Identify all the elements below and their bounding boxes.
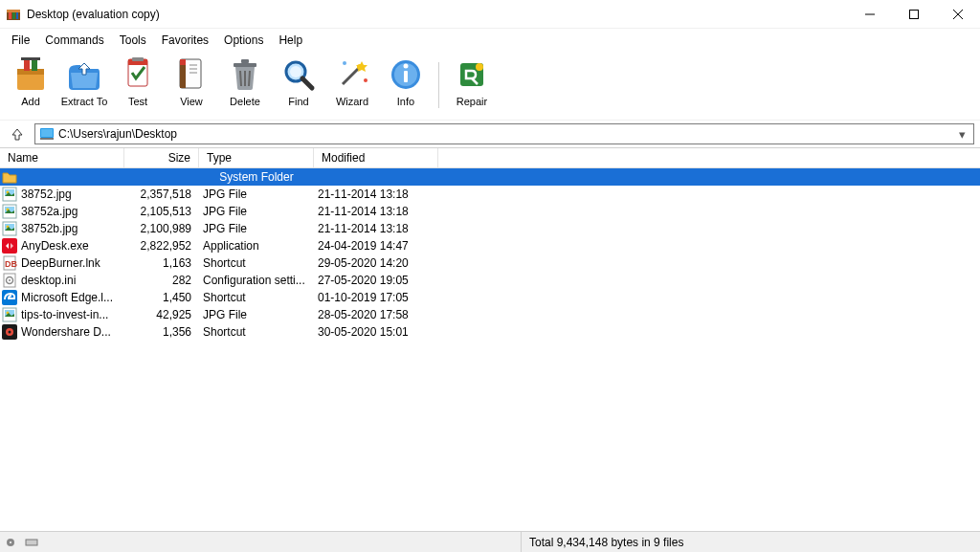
close-button[interactable] — [936, 0, 980, 29]
file-icon — [2, 324, 17, 340]
file-icon — [2, 221, 17, 236]
file-name: DeepBurner.lnk — [21, 256, 124, 270]
svg-rect-11 — [24, 59, 30, 71]
svg-rect-37 — [404, 71, 408, 82]
drive-icon — [39, 126, 55, 142]
file-type: Shortcut — [199, 256, 314, 270]
find-icon — [279, 55, 318, 94]
column-name[interactable]: Name — [0, 148, 124, 167]
toolbar-label: Delete — [230, 96, 260, 107]
wizard-icon — [333, 55, 371, 94]
file-modified: 21-11-2014 13:18 — [314, 222, 438, 235]
file-name: 38752.jpg — [21, 188, 124, 201]
toolbar-label: Extract To — [61, 96, 108, 107]
svg-line-25 — [240, 71, 241, 86]
svg-rect-10 — [17, 69, 44, 75]
file-type: JPG File — [199, 308, 314, 321]
test-icon — [119, 55, 157, 94]
file-icon — [2, 187, 17, 202]
path-text: C:\Users\rajun\Desktop — [58, 127, 954, 141]
up-button[interactable] — [6, 123, 29, 144]
titlebar: Desktop (evaluation copy) — [0, 0, 980, 29]
file-size: 1,450 — [124, 291, 199, 304]
toolbar-view-button[interactable]: View — [165, 54, 218, 117]
toolbar-repair-button[interactable]: Repair — [445, 54, 499, 117]
file-row[interactable]: 38752a.jpg2,105,513JPG File21-11-2014 13… — [0, 203, 980, 220]
file-size: 1,356 — [124, 325, 199, 339]
menu-commands[interactable]: Commands — [37, 30, 111, 51]
file-modified: 29-05-2020 14:20 — [314, 256, 438, 270]
toolbar-wizard-button[interactable]: Wizard — [325, 54, 379, 117]
svg-rect-43 — [40, 138, 54, 140]
file-icon — [2, 307, 17, 322]
file-name: Wondershare D... — [21, 325, 124, 339]
toolbar-separator — [438, 62, 439, 108]
file-row[interactable]: tips-to-invest-in...42,925JPG File28-05-… — [0, 306, 980, 323]
path-input[interactable]: C:\Users\rajun\Desktop ▾ — [34, 123, 974, 144]
file-name: 38752a.jpg — [21, 205, 124, 218]
menubar: FileCommandsToolsFavoritesOptionsHelp — [0, 29, 980, 52]
file-row[interactable]: 38752.jpg2,357,518JPG File21-11-2014 13:… — [0, 186, 980, 203]
svg-rect-2 — [9, 12, 11, 19]
svg-rect-3 — [12, 12, 15, 19]
file-size: 2,100,989 — [124, 222, 199, 235]
svg-rect-68 — [26, 540, 37, 545]
file-size: 282 — [124, 274, 199, 287]
svg-rect-6 — [910, 10, 919, 18]
svg-rect-16 — [132, 57, 144, 61]
svg-rect-13 — [21, 57, 40, 60]
menu-favorites[interactable]: Favorites — [154, 30, 216, 51]
toolbar-find-button[interactable]: Find — [272, 54, 325, 117]
file-size: 2,105,513 — [124, 205, 199, 218]
file-name: desktop.ini — [21, 274, 124, 287]
statusbar: Total 9,434,148 bytes in 9 files — [0, 531, 980, 552]
toolbar-extract-button[interactable]: Extract To — [57, 54, 111, 117]
maximize-button[interactable] — [892, 0, 936, 29]
file-row[interactable]: AnyDesk.exe2,822,952Application24-04-201… — [0, 237, 980, 254]
arrow-up-icon — [11, 127, 24, 141]
toolbar-info-button[interactable]: Info — [379, 54, 433, 117]
toolbar-test-button[interactable]: Test — [111, 54, 165, 117]
file-modified: 28-05-2020 17:58 — [314, 308, 438, 321]
file-row[interactable]: DBDeepBurner.lnk1,163Shortcut29-05-2020 … — [0, 254, 980, 272]
status-disk-icon — [0, 532, 46, 552]
svg-rect-24 — [241, 59, 249, 63]
status-total: Total 9,434,148 bytes in 9 files — [521, 532, 980, 552]
toolbar-delete-button[interactable]: Delete — [218, 54, 272, 117]
chevron-down-icon[interactable]: ▾ — [954, 127, 969, 142]
toolbar-label: View — [180, 96, 203, 107]
add-icon — [11, 55, 50, 94]
window-title: Desktop (evaluation copy) — [27, 8, 848, 21]
svg-text:DB: DB — [5, 259, 17, 269]
file-modified: 21-11-2014 13:18 — [314, 205, 438, 218]
file-type: Shortcut — [199, 291, 314, 304]
file-row[interactable]: 38752b.jpg2,100,989JPG File21-11-2014 13… — [0, 220, 980, 237]
file-row[interactable]: Wondershare D...1,356Shortcut30-05-2020 … — [0, 323, 980, 341]
menu-tools[interactable]: Tools — [112, 30, 154, 51]
svg-rect-23 — [234, 63, 256, 67]
column-type[interactable]: Type — [199, 148, 314, 167]
column-modified[interactable]: Modified — [314, 148, 438, 167]
minimize-button[interactable] — [848, 0, 892, 29]
column-size[interactable]: Size — [124, 148, 199, 167]
file-type: Shortcut — [199, 325, 314, 339]
file-name: Microsoft Edge.l... — [21, 291, 124, 304]
toolbar-label: Repair — [457, 96, 487, 107]
svg-rect-53 — [2, 238, 17, 254]
parent-type: System Folder — [199, 170, 314, 184]
file-size: 42,925 — [124, 308, 199, 321]
toolbar-add-button[interactable]: Add — [4, 54, 57, 117]
file-icon — [2, 238, 17, 254]
svg-rect-4 — [16, 12, 18, 19]
file-modified: 21-11-2014 13:18 — [314, 188, 438, 201]
file-row[interactable]: desktop.ini282Configuration setti...27-0… — [0, 272, 980, 289]
menu-help[interactable]: Help — [271, 30, 310, 51]
file-row[interactable]: Microsoft Edge.l...1,450Shortcut01-10-20… — [0, 289, 980, 306]
menu-file[interactable]: File — [4, 30, 37, 51]
parent-folder-row[interactable]: ..System Folder — [0, 168, 980, 186]
file-size: 1,163 — [124, 256, 199, 270]
menu-options[interactable]: Options — [216, 30, 271, 51]
file-type: JPG File — [199, 222, 314, 235]
svg-line-27 — [249, 71, 250, 86]
view-icon — [172, 55, 211, 94]
